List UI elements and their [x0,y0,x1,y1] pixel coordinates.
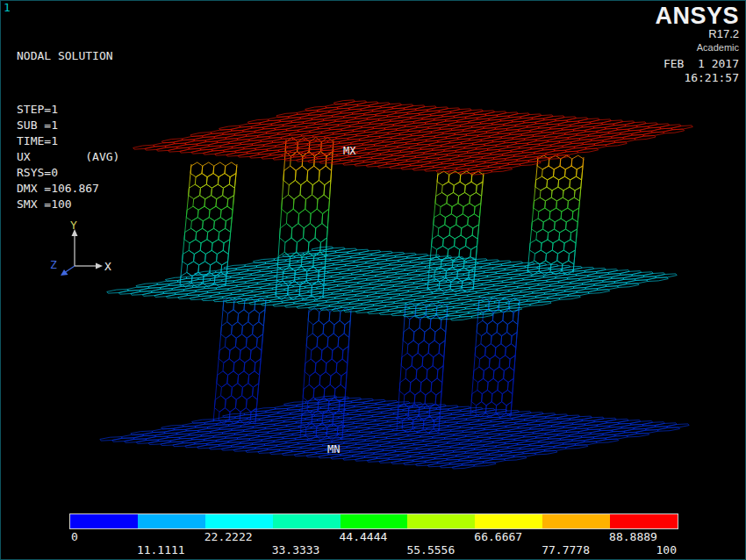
contour-color-bar [69,513,678,529]
top-nanotube [276,137,334,299]
bottom-nanotube [213,298,266,424]
contour-band [70,514,138,528]
contour-band [273,514,341,528]
model-viewport[interactable]: MX MN Y X Z [1,1,746,560]
contour-band [341,514,408,528]
contour-band [610,514,678,528]
top-graphene-sheet [133,100,693,175]
min-result-label: MN [327,443,340,456]
x-axis-arrow-icon [96,263,103,269]
contour-tick-label: 88.8889 [609,530,657,543]
fem-model [100,100,692,469]
contour-tick-label: 55.5556 [406,543,455,556]
contour-legend: 011.111122.222233.333344.444455.555666.6… [69,513,678,559]
contour-tick-label: 100 [656,543,677,556]
ansys-graphics-window: 1 NODAL SOLUTION STEP=1SUB =1TIME=1UX (A… [0,0,746,560]
contour-tick-label: 33.3333 [272,543,320,556]
contour-band [475,514,542,528]
max-result-label: MX [343,145,356,157]
z-axis-arrow-icon [61,269,68,276]
top-nanotube [180,162,237,287]
contour-band [407,514,475,528]
middle-graphene-sheet [107,247,677,320]
coordinate-triad: Y X Z [50,219,111,276]
contour-tick-label: 44.4444 [340,530,388,543]
y-axis-label: Y [70,219,77,232]
contour-tick-label: 66.6667 [474,530,522,543]
contour-tick-label: 77.7778 [542,543,590,556]
contour-tick-label: 22.2222 [204,530,253,543]
contour-band [542,514,610,528]
z-axis-label: Z [50,258,57,271]
x-axis-label: X [104,260,111,273]
contour-tick-label: 11.1111 [137,543,185,556]
contour-band [138,514,205,528]
top-nanotube [527,155,584,275]
bottom-nanotube [470,298,520,417]
contour-legend-labels: 011.111122.222233.333344.444455.555666.6… [69,529,678,559]
bottom-graphene-sheet [100,396,689,469]
contour-tick-label: 0 [71,530,78,543]
contour-band [205,514,273,528]
